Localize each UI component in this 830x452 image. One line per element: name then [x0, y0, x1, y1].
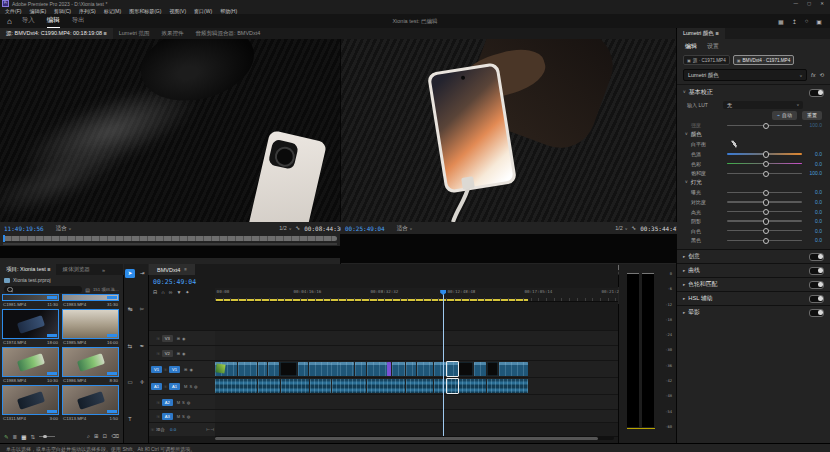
snap-icon[interactable]: ∩: [161, 289, 165, 295]
timeline-settings-icon[interactable]: ✦: [185, 289, 189, 295]
video-clip[interactable]: [280, 362, 297, 376]
input-lut-select[interactable]: 无˅: [723, 101, 803, 109]
track-output-eye-icon[interactable]: ◉: [182, 351, 186, 356]
video-clip[interactable]: [392, 362, 406, 376]
basic-correction-header[interactable]: ˅ 基本校正: [677, 85, 830, 100]
voiceover-mic-icon[interactable]: ◍: [194, 384, 198, 389]
program-settings-wrench-icon[interactable]: 🔧︎: [631, 225, 636, 231]
track-header-V3[interactable]: ⚿V3⊞◉: [149, 330, 216, 345]
tab-overflow-icon[interactable]: »: [96, 265, 111, 275]
mode-tab-导出[interactable]: 导出: [72, 14, 85, 28]
icon-view-icon[interactable]: ▦: [21, 434, 26, 440]
ripple-edit-tool[interactable]: ↹: [125, 305, 135, 314]
slider-handle[interactable]: [763, 238, 770, 245]
track-content-V2[interactable]: [215, 345, 618, 361]
hand-tool[interactable]: ✛: [137, 378, 147, 387]
workspaces-icon[interactable]: ▦: [778, 18, 784, 25]
source-zoom-bar[interactable]: [3, 236, 337, 241]
video-clip[interactable]: [340, 362, 354, 376]
panel-tab[interactable]: 音频剪辑混合器: BMVDxt4: [190, 28, 267, 39]
slider-handle[interactable]: [763, 123, 770, 130]
slider-色温[interactable]: [727, 153, 802, 155]
clip-thumbnail[interactable]: [2, 385, 59, 415]
slider-handle[interactable]: [763, 199, 770, 206]
menu-item-窗口(W)[interactable]: 窗口(W): [194, 8, 212, 14]
audio-clip[interactable]: [387, 379, 405, 393]
track-lock-icon[interactable]: ⚿: [157, 414, 160, 419]
solo-button[interactable]: S: [182, 414, 185, 419]
reset-button[interactable]: 重置: [802, 111, 822, 120]
menu-item-图形和标题(G)[interactable]: 图形和标题(G): [129, 8, 161, 14]
audio-clip[interactable]: [434, 379, 446, 393]
audio-clip[interactable]: [332, 379, 365, 393]
track-lock-icon[interactable]: ⚿: [164, 384, 167, 389]
voiceover-mic-icon[interactable]: ◍: [187, 400, 191, 405]
menu-item-视图(V)[interactable]: 视图(V): [169, 8, 186, 14]
lumetri-section-HSL 辅助[interactable]: ▸HSL 辅助: [677, 291, 830, 305]
quick-export-icon[interactable]: ↥: [792, 18, 797, 25]
tab-lumetri-color[interactable]: Lumetri 颜色 ≡: [677, 28, 725, 39]
slider-色彩[interactable]: [727, 163, 802, 165]
track-select-forward-tool[interactable]: ⇥: [137, 269, 147, 278]
audio-meters-panel[interactable]: 0-6-12-18-24-30-36-42-48-54-60: [619, 264, 676, 443]
clip-thumbnail[interactable]: [62, 294, 119, 301]
new-item-icon[interactable]: ⊡: [103, 433, 108, 440]
clip-thumbnail[interactable]: [2, 294, 59, 301]
lumetri-section-晕影[interactable]: ▸晕影: [677, 305, 830, 319]
project-tab[interactable]: 项目: Xionia test ≡: [0, 264, 56, 275]
panel-tab[interactable]: Lumetri 范围: [113, 28, 156, 39]
razor-tool[interactable]: ✂: [137, 305, 147, 314]
source-resolution-select[interactable]: 1/2˅: [279, 225, 291, 231]
track-header-V2[interactable]: ⚿V2⊞◉: [149, 345, 216, 360]
bin-breadcrumb[interactable]: Xionia test.prproj: [0, 275, 123, 285]
track-lock-icon[interactable]: ⚿: [157, 400, 160, 405]
project-writable-icon[interactable]: ✎: [4, 434, 9, 440]
project-item[interactable]: C1974.MP418:00: [2, 309, 59, 347]
effect-toggle[interactable]: [809, 253, 824, 261]
timeline-playhead[interactable]: [443, 290, 444, 436]
slider-handle[interactable]: [763, 209, 770, 216]
pen-tool[interactable]: ✒: [137, 342, 147, 351]
video-clip[interactable]: [331, 362, 339, 376]
track-header-A2[interactable]: ⚿A2MS◍: [149, 394, 216, 409]
video-clip[interactable]: [447, 362, 458, 376]
sync-lock-icon[interactable]: ⊞: [184, 367, 187, 372]
track-output-eye-icon[interactable]: ◉: [189, 367, 193, 372]
program-zoom-select[interactable]: 适合˅: [397, 225, 412, 232]
home-icon[interactable]: ⌂: [7, 17, 12, 26]
menu-item-帮助(H)[interactable]: 帮助(H): [220, 8, 237, 14]
filter-icon[interactable]: ▤: [85, 287, 90, 293]
audio-clip[interactable]: [487, 379, 528, 393]
audio-clip[interactable]: [406, 379, 433, 393]
video-clip[interactable]: [309, 362, 331, 376]
solo-button[interactable]: S: [189, 384, 192, 389]
mute-button[interactable]: M: [177, 414, 180, 419]
audio-clip[interactable]: [215, 379, 257, 393]
lumetri-subtab-设置[interactable]: 设置: [707, 42, 719, 51]
video-clip[interactable]: [355, 362, 366, 376]
fx-bypass-icon[interactable]: fx: [811, 72, 815, 78]
clip-pill[interactable]: ▣源 · C1971.MP4: [683, 55, 730, 65]
clip-thumbnail[interactable]: [62, 385, 119, 415]
track-target-V3[interactable]: V3: [162, 335, 173, 342]
new-bin-icon[interactable]: ⊞: [94, 433, 99, 440]
clip-thumbnail[interactable]: [2, 347, 59, 377]
video-clip[interactable]: [406, 362, 416, 376]
lumetri-group-颜色[interactable]: ˅颜色: [677, 130, 830, 140]
restore-layout-icon[interactable]: ▣: [816, 18, 822, 25]
track-lock-icon[interactable]: ⚿: [151, 427, 154, 432]
video-clip[interactable]: [387, 362, 390, 376]
source-scrub-area[interactable]: [0, 234, 340, 246]
timeline-sequence-tab[interactable]: BMVDxt4≡: [149, 264, 195, 275]
lumetri-section-色轮和匹配[interactable]: ▸色轮和匹配: [677, 277, 830, 291]
track-header-A1[interactable]: A1⚿A1MS◍: [149, 377, 216, 394]
lumetri-effect-select[interactable]: Lumetri 颜色˅: [683, 69, 807, 81]
track-output-eye-icon[interactable]: ◉: [182, 336, 186, 341]
lumetri-section-曲线[interactable]: ▸曲线: [677, 263, 830, 277]
source-settings-wrench-icon[interactable]: 🔧︎: [295, 225, 300, 231]
video-clip[interactable]: [474, 362, 486, 376]
slider-高光[interactable]: [727, 211, 802, 213]
voiceover-mic-icon[interactable]: ◍: [187, 414, 191, 419]
source-patch-A1[interactable]: A1: [151, 383, 162, 390]
source-scrollbar[interactable]: [3, 243, 337, 245]
